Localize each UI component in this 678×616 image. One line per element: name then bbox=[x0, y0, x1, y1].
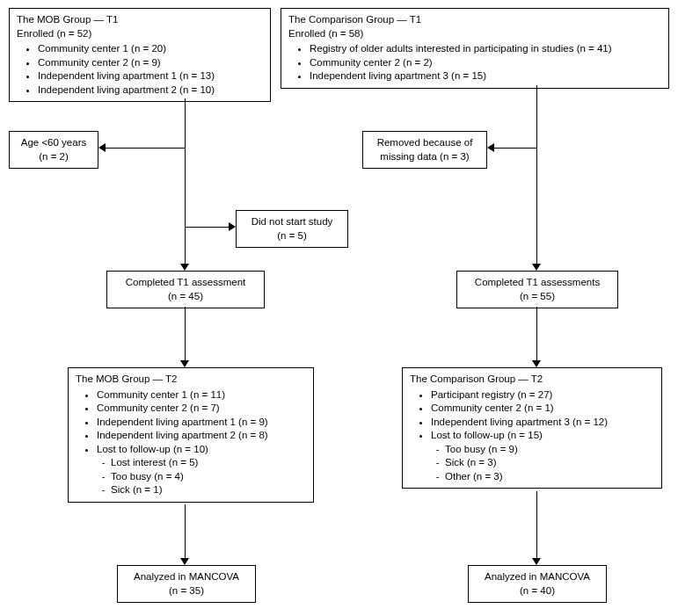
text-comp-analyzed: Analyzed in MANCOVA (n = 40) bbox=[485, 571, 590, 596]
list-item: Participant registry (n = 27) bbox=[431, 388, 654, 402]
box-didnotstart: Did not start study (n = 5) bbox=[236, 210, 348, 248]
text-comp-t2-title: The Comparison Group — T2 bbox=[410, 373, 654, 387]
text-comp-completed-t1: Completed T1 assessments (n = 55) bbox=[475, 277, 600, 301]
text-age-exclusion: Age <60 years (n = 2) bbox=[21, 137, 86, 162]
box-age-exclusion: Age <60 years (n = 2) bbox=[9, 131, 98, 169]
list-item: Independent living apartment 1 (n = 9) bbox=[97, 416, 306, 430]
box-mob-t1: The MOB Group — T1 Enrolled (n = 52) Com… bbox=[9, 8, 271, 102]
list-comp-t2: Participant registry (n = 27) Community … bbox=[410, 388, 654, 484]
list-item: Community center 2 (n = 9) bbox=[38, 56, 263, 70]
arrow-down-icon bbox=[180, 558, 189, 565]
list-item: Lost interest (n = 5) bbox=[111, 456, 306, 470]
flowchart: The MOB Group — T1 Enrolled (n = 52) Com… bbox=[4, 4, 674, 612]
list-item: Sick (n = 1) bbox=[111, 483, 306, 497]
text-mob-t1-title: The MOB Group — T1 Enrolled (n = 52) bbox=[17, 13, 263, 40]
list-item: Independent living apartment 2 (n = 8) bbox=[97, 429, 306, 443]
box-removed: Removed because of missing data (n = 3) bbox=[362, 131, 487, 169]
text-mob-t2-title: The MOB Group — T2 bbox=[76, 373, 306, 387]
connector bbox=[185, 504, 186, 558]
connector bbox=[494, 148, 536, 149]
box-mob-t2: The MOB Group — T2 Community center 1 (n… bbox=[68, 367, 314, 503]
list-item: Independent living apartment 2 (n = 10) bbox=[38, 83, 263, 98]
box-comp-analyzed: Analyzed in MANCOVA (n = 40) bbox=[468, 565, 607, 603]
text-didnotstart: Did not start study (n = 5) bbox=[252, 216, 333, 241]
arrow-down-icon bbox=[180, 264, 189, 271]
connector bbox=[185, 98, 186, 264]
box-mob-analyzed: Analyzed in MANCOVA (n = 35) bbox=[117, 565, 256, 603]
arrow-down-icon bbox=[180, 360, 189, 367]
list-item: Community center 1 (n = 20) bbox=[38, 42, 263, 56]
list-item: Independent living apartment 1 (n = 13) bbox=[38, 69, 263, 83]
list-comp-t1: Registry of older adults interested in p… bbox=[288, 42, 661, 83]
box-mob-completed-t1: Completed T1 assessment (n = 45) bbox=[106, 271, 265, 308]
list-item: Too busy (n = 4) bbox=[111, 470, 306, 484]
connector bbox=[106, 148, 185, 149]
box-comp-completed-t1: Completed T1 assessments (n = 55) bbox=[456, 271, 618, 308]
list-item: Independent living apartment 3 (n = 15) bbox=[310, 69, 661, 83]
box-comp-t2: The Comparison Group — T2 Participant re… bbox=[402, 367, 662, 489]
connector bbox=[536, 491, 537, 558]
list-item: Lost to follow-up (n = 10) Lost interest… bbox=[97, 443, 306, 497]
arrow-right-icon bbox=[229, 222, 236, 231]
arrow-down-icon bbox=[532, 360, 541, 367]
text-removed: Removed because of missing data (n = 3) bbox=[377, 137, 473, 162]
list-item: Community center 1 (n = 11) bbox=[97, 388, 306, 402]
list-item: Other (n = 3) bbox=[445, 470, 654, 484]
text-mob-analyzed: Analyzed in MANCOVA (n = 35) bbox=[134, 571, 239, 596]
list-item: Too busy (n = 9) bbox=[445, 443, 654, 457]
connector bbox=[185, 227, 229, 228]
list-item: Registry of older adults interested in p… bbox=[310, 42, 661, 56]
arrow-left-icon bbox=[487, 143, 494, 152]
arrow-down-icon bbox=[532, 558, 541, 565]
list-mob-lost-sub: Lost interest (n = 5) Too busy (n = 4) S… bbox=[97, 456, 306, 497]
box-comp-t1: The Comparison Group — T1 Enrolled (n = … bbox=[281, 8, 669, 89]
connector bbox=[536, 307, 537, 360]
text-comp-t1-title: The Comparison Group — T1 Enrolled (n = … bbox=[288, 13, 661, 40]
list-mob-t1: Community center 1 (n = 20) Community ce… bbox=[17, 42, 263, 97]
list-item: Community center 2 (n = 1) bbox=[431, 402, 654, 416]
text-mob-lost: Lost to follow-up (n = 10) bbox=[97, 444, 208, 454]
list-mob-t2: Community center 1 (n = 11) Community ce… bbox=[76, 388, 306, 497]
connector bbox=[536, 85, 537, 264]
list-item: Lost to follow-up (n = 15) Too busy (n =… bbox=[431, 429, 654, 483]
text-comp-lost: Lost to follow-up (n = 15) bbox=[431, 430, 543, 440]
list-comp-lost-sub: Too busy (n = 9) Sick (n = 3) Other (n =… bbox=[431, 443, 654, 484]
list-item: Independent living apartment 3 (n = 12) bbox=[431, 416, 654, 430]
arrow-down-icon bbox=[532, 264, 541, 271]
list-item: Sick (n = 3) bbox=[445, 456, 654, 470]
list-item: Community center 2 (n = 2) bbox=[310, 56, 661, 70]
connector bbox=[185, 307, 186, 360]
text-mob-completed-t1: Completed T1 assessment (n = 45) bbox=[126, 277, 246, 301]
arrow-left-icon bbox=[98, 143, 106, 152]
list-item: Community center 2 (n = 7) bbox=[97, 402, 306, 416]
